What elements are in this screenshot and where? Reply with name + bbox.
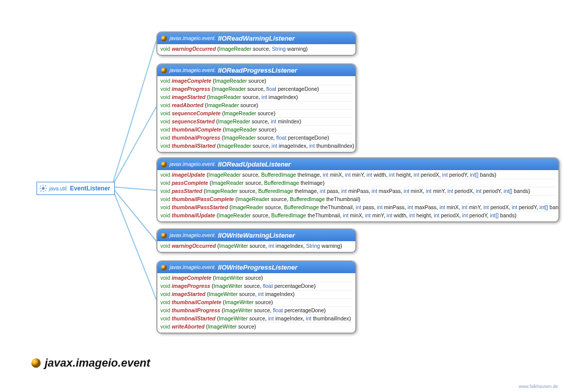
interface-package-label: javax.imageio.event. bbox=[170, 233, 216, 238]
ball-icon bbox=[160, 264, 168, 271]
interface-body: void imageComplete (ImageWriter source)v… bbox=[157, 273, 355, 333]
interface-header: javax.imageio.event.IIOReadWarningListen… bbox=[157, 32, 355, 44]
svg-point-19 bbox=[31, 358, 41, 368]
method-row: void warningOccurred (ImageWriter source… bbox=[160, 242, 352, 250]
interface-header: javax.imageio.event.IIOWriteWarningListe… bbox=[157, 230, 355, 241]
method-row: void imageProgress (ImageWriter source, … bbox=[160, 282, 352, 290]
root-name-label: EventListener bbox=[70, 185, 110, 192]
svg-point-15 bbox=[161, 68, 167, 74]
svg-rect-13 bbox=[40, 190, 42, 192]
svg-line-0 bbox=[112, 41, 156, 187]
method-row: void imageProgress (ImageReader source, … bbox=[160, 85, 352, 93]
ball-icon bbox=[160, 232, 168, 239]
method-row: void sequenceStarted (ImageReader source… bbox=[160, 118, 352, 126]
svg-line-1 bbox=[112, 107, 156, 187]
svg-point-18 bbox=[161, 265, 167, 271]
interface-package-label: javax.imageio.event. bbox=[170, 36, 216, 41]
ball-icon bbox=[160, 161, 168, 168]
method-row: void imageComplete (ImageWriter source) bbox=[160, 274, 352, 282]
interface-name-label: IIOWriteProgressListener bbox=[218, 264, 297, 271]
method-row: void thumbnailStarted (ImageWriter sourc… bbox=[160, 315, 352, 323]
method-row: void thumbnailProgress (ImageReader sour… bbox=[160, 134, 352, 142]
method-row: void imageStarted (ImageReader source, i… bbox=[160, 93, 352, 102]
interface-header: javax.imageio.event.IIOWriteProgressList… bbox=[157, 262, 355, 273]
svg-rect-11 bbox=[45, 190, 47, 191]
method-row: void thumbnailComplete (ImageReader sour… bbox=[160, 126, 352, 134]
method-row: void warningOccurred (ImageReader source… bbox=[160, 45, 352, 53]
method-row: void thumbnailUpdate (ImageReader source… bbox=[160, 212, 555, 219]
method-row: void passComplete (ImageReader source, B… bbox=[160, 179, 555, 187]
svg-rect-10 bbox=[40, 185, 42, 187]
svg-point-14 bbox=[161, 36, 167, 42]
footer-link[interactable]: www.falkhausen.de bbox=[518, 384, 558, 389]
svg-rect-6 bbox=[43, 185, 43, 186]
interface-box-IIOReadWarningListener: javax.imageio.event.IIOReadWarningListen… bbox=[156, 31, 356, 56]
svg-point-5 bbox=[42, 187, 44, 189]
interface-body: void warningOccurred (ImageWriter source… bbox=[157, 241, 355, 252]
interface-name-label: IIOReadProgressListener bbox=[218, 67, 297, 74]
svg-line-3 bbox=[112, 187, 156, 241]
interface-name-label: IIOWriteWarningListener bbox=[218, 232, 295, 239]
interface-body: void imageComplete (ImageReader source)v… bbox=[157, 76, 355, 152]
interface-name-label: IIOReadUpdateListener bbox=[218, 160, 291, 168]
ball-icon bbox=[160, 67, 168, 74]
method-row: void writeAborted (ImageWriter source) bbox=[160, 323, 352, 331]
svg-line-4 bbox=[112, 187, 156, 300]
method-row: void passStarted (ImageReader source, Bu… bbox=[160, 187, 555, 195]
method-row: void imageComplete (ImageReader source) bbox=[160, 77, 352, 85]
method-row: void thumbnailPassStarted (ImageReader s… bbox=[160, 204, 555, 212]
method-row: void thumbnailStarted (ImageReader sourc… bbox=[160, 142, 352, 150]
method-row: void readAborted (ImageReader source) bbox=[160, 102, 352, 110]
svg-rect-8 bbox=[40, 188, 41, 188]
svg-rect-12 bbox=[45, 185, 46, 187]
root-interface-box: java.util.EventListener bbox=[37, 182, 115, 195]
interface-header: javax.imageio.event.IIOReadUpdateListene… bbox=[157, 158, 558, 170]
svg-rect-7 bbox=[43, 191, 43, 192]
method-row: void thumbnailProgress (ImageWriter sour… bbox=[160, 307, 352, 315]
interface-box-IIOWriteWarningListener: javax.imageio.event.IIOWriteWarningListe… bbox=[156, 228, 356, 253]
method-row: void imageStarted (ImageWriter source, i… bbox=[160, 290, 352, 299]
ball-icon bbox=[30, 357, 42, 369]
interface-package-label: javax.imageio.event. bbox=[170, 68, 216, 73]
method-row: void thumbnailPassComplete (ImageReader … bbox=[160, 195, 555, 204]
interface-package-label: javax.imageio.event. bbox=[170, 161, 216, 167]
interface-box-IIOReadUpdateListener: javax.imageio.event.IIOReadUpdateListene… bbox=[156, 157, 559, 222]
gear-icon bbox=[39, 184, 47, 192]
interface-name-label: IIOReadWarningListener bbox=[218, 35, 294, 42]
interface-header: javax.imageio.event.IIOReadProgressListe… bbox=[157, 64, 355, 76]
method-row: void thumbnailComplete (ImageWriter sour… bbox=[160, 299, 352, 307]
method-row: void imageUpdate (ImageReader source, Bu… bbox=[160, 171, 555, 179]
svg-line-2 bbox=[112, 187, 156, 190]
interface-package-label: javax.imageio.event. bbox=[170, 265, 216, 270]
svg-point-16 bbox=[161, 161, 167, 168]
svg-rect-9 bbox=[46, 188, 47, 188]
method-row: void sequenceComplete (ImageReader sourc… bbox=[160, 110, 352, 118]
diagram-title: javax.imageio.event bbox=[30, 356, 150, 370]
interface-body: void warningOccurred (ImageReader source… bbox=[157, 44, 355, 55]
interface-box-IIOReadProgressListener: javax.imageio.event.IIOReadProgressListe… bbox=[156, 63, 356, 153]
svg-point-17 bbox=[161, 233, 167, 239]
diagram-title-text: javax.imageio.event bbox=[45, 356, 150, 370]
interface-box-IIOWriteProgressListener: javax.imageio.event.IIOWriteProgressList… bbox=[156, 260, 356, 334]
interface-body: void imageUpdate (ImageReader source, Bu… bbox=[157, 170, 558, 221]
root-package-label: java.util. bbox=[49, 186, 68, 191]
ball-icon bbox=[160, 35, 168, 42]
